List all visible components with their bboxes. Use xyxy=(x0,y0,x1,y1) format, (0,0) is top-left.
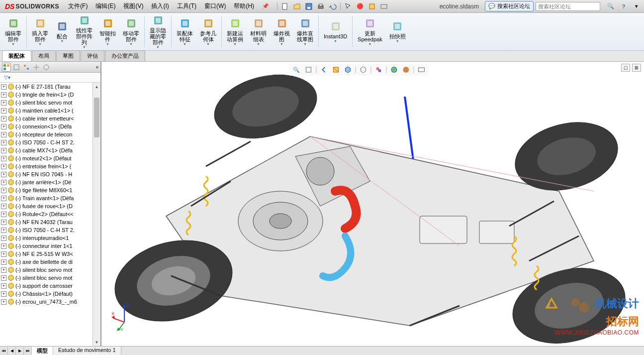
tree-item[interactable]: + (-) moteur2<1> (Défaut xyxy=(0,154,100,162)
section-view-icon[interactable] xyxy=(330,65,341,75)
command-tab-1[interactable]: 布局 xyxy=(32,50,56,61)
select-icon[interactable] xyxy=(343,1,354,11)
ribbon-smart-fastener[interactable]: 智能扣 件▼ xyxy=(96,14,119,49)
menu-tools[interactable]: 工具(T) xyxy=(173,1,200,11)
expand-icon[interactable]: + xyxy=(1,132,6,137)
expand-icon[interactable]: + xyxy=(1,259,6,265)
multi-view-icon[interactable]: ⊞ xyxy=(632,64,641,72)
open-icon[interactable] xyxy=(291,1,302,11)
expand-icon[interactable]: + xyxy=(1,275,6,281)
expand-icon[interactable]: + xyxy=(1,92,6,98)
expand-icon[interactable]: + xyxy=(1,236,6,241)
filter-icon[interactable]: ▽▾ xyxy=(2,74,12,82)
tree-item[interactable]: + (-) ISO 7050 - C-H ST 2. xyxy=(0,138,100,146)
feature-tree-list[interactable]: + (-) NF E 27-181 (Tarau+ (-) tringle de… xyxy=(0,83,100,346)
help-icon[interactable]: ? xyxy=(618,1,629,11)
nav-first-icon[interactable]: ⏮ xyxy=(0,347,8,355)
ribbon-exploded-view[interactable]: 爆炸视 图▼ xyxy=(271,14,293,49)
ribbon-linear-pattern[interactable]: 线性零 部件阵 列▼ xyxy=(73,14,95,49)
tree-item[interactable]: + (-) cable MX7<1> (Défa xyxy=(0,146,100,154)
view-settings-icon[interactable] xyxy=(416,65,427,75)
ribbon-instant3d[interactable]: Instant3D▼ xyxy=(321,14,350,49)
save-icon[interactable] xyxy=(303,1,314,11)
ribbon-move-component[interactable]: 移动零 部件▼ xyxy=(120,14,142,49)
expand-icon[interactable]: + xyxy=(1,251,6,257)
ribbon-mate[interactable]: 配合▼ xyxy=(52,14,72,49)
nav-prev-icon[interactable]: ◀ xyxy=(8,347,16,355)
expand-icon[interactable]: + xyxy=(1,283,6,289)
expand-icon[interactable]: + xyxy=(1,267,6,273)
expand-icon[interactable]: + xyxy=(1,220,6,225)
view-orientation-icon[interactable] xyxy=(342,65,353,75)
tree-item[interactable]: + (-) maintien cable1<1> ( xyxy=(0,107,100,115)
ribbon-edit-component[interactable]: 编辑零 部件▼ xyxy=(2,14,24,49)
new-icon[interactable] xyxy=(279,1,290,11)
tree-item[interactable]: + (-) silent bloc servo mot xyxy=(0,266,100,274)
apply-scene-icon[interactable] xyxy=(400,65,411,75)
collapse-tree-icon[interactable]: » xyxy=(95,64,98,70)
tree-item[interactable]: + (-) Châssis<1> (Défaut) xyxy=(0,290,100,298)
forum-search-button[interactable]: 💬 搜索社区论坛 xyxy=(485,1,534,11)
tree-item[interactable]: + (-) NF EN ISO 7045 - H xyxy=(0,170,100,178)
tree-item[interactable]: + (-) silent bloc servo mot xyxy=(0,99,100,107)
zoom-fit-icon[interactable]: 🔍 xyxy=(291,65,302,75)
tree-item[interactable]: + (-) jante arrière<1> (Dé xyxy=(0,178,100,186)
ribbon-motion-study[interactable]: 新建运 动算例▼ xyxy=(224,14,246,49)
expand-icon[interactable]: + xyxy=(1,84,6,90)
nav-next-icon[interactable]: ▶ xyxy=(16,347,24,355)
dimxpert-tab-icon[interactable] xyxy=(32,63,41,72)
menu-view[interactable]: 视图(V) xyxy=(119,1,147,11)
bottom-tab-1[interactable]: Estudo de movimento 1 xyxy=(53,347,121,355)
command-tab-4[interactable]: 办公室产品 xyxy=(105,50,145,61)
ribbon-explode-line[interactable]: 爆炸直 线草图▼ xyxy=(294,14,316,49)
zoom-area-icon[interactable] xyxy=(303,65,314,75)
tree-item[interactable]: + (-) NF E 27-181 (Tarau xyxy=(0,83,100,91)
menu-file[interactable]: 文件(F) xyxy=(64,1,92,11)
expand-icon[interactable]: + xyxy=(1,172,6,177)
expand-icon[interactable]: + xyxy=(1,299,6,305)
tree-item[interactable]: + (-) ecrou_uni_7473_-_m6 xyxy=(0,298,100,306)
display-style-icon[interactable] xyxy=(358,65,368,75)
close-panel-icon[interactable]: ▾ xyxy=(631,1,642,11)
ribbon-reference-geom[interactable]: 参考几 何体▼ xyxy=(197,14,219,49)
scroll-up-icon[interactable]: ▲ xyxy=(93,83,100,91)
tree-item[interactable]: + (-) interrupteurradio<1 xyxy=(0,234,100,242)
expand-icon[interactable]: + xyxy=(1,188,6,193)
menu-insert[interactable]: 插入(I) xyxy=(147,1,173,11)
property-manager-tab-icon[interactable] xyxy=(12,63,21,72)
expand-icon[interactable]: + xyxy=(1,100,6,106)
expand-icon[interactable]: + xyxy=(1,156,6,161)
expand-icon[interactable]: + xyxy=(1,124,6,129)
ribbon-show-hidden[interactable]: 显示隐 藏的零 部件▼ xyxy=(147,14,169,49)
tree-item[interactable]: + (-) ISO 7050 - C-H ST 2. xyxy=(0,226,100,234)
expand-icon[interactable]: + xyxy=(1,243,6,249)
ribbon-insert-component[interactable]: 插入零 部件▼ xyxy=(29,14,51,49)
menu-window[interactable]: 窗口(W) xyxy=(200,1,230,11)
edit-appearance-icon[interactable] xyxy=(388,65,399,75)
screen-capture-icon[interactable] xyxy=(378,1,389,11)
undo-icon[interactable] xyxy=(327,1,338,11)
tree-item[interactable]: + (-) Rotule<2> (Défaut<< xyxy=(0,210,100,218)
feature-manager-tab-icon[interactable] xyxy=(2,63,11,72)
graphics-viewport[interactable]: 🔍 ▢ ⊞ xyxy=(101,62,644,346)
tree-item[interactable]: + (-) Train avant<1> (Défa xyxy=(0,194,100,202)
options-icon[interactable] xyxy=(367,1,377,11)
expand-icon[interactable]: + xyxy=(1,196,6,201)
tree-scrollbar[interactable]: ▲ ▼ xyxy=(92,83,100,346)
menu-pin-icon[interactable]: 📌 xyxy=(260,1,271,11)
tree-item[interactable]: + (-) support de carrosser xyxy=(0,282,100,290)
configuration-manager-tab-icon[interactable] xyxy=(22,63,31,72)
previous-view-icon[interactable] xyxy=(318,65,329,75)
hide-show-icon[interactable] xyxy=(373,65,384,75)
ribbon-speedpak[interactable]: 更新 Speedpak▼ xyxy=(355,14,385,49)
expand-icon[interactable]: + xyxy=(1,212,6,217)
tree-item[interactable]: + (-) NF EN 24032 (Tarau xyxy=(0,218,100,226)
tree-item[interactable]: + (-) récepteur de telecon xyxy=(0,130,100,138)
tree-item[interactable]: + (-) fusée de roue<1> (D xyxy=(0,202,100,210)
command-tab-3[interactable]: 评估 xyxy=(81,50,104,61)
menu-help[interactable]: 帮助(H) xyxy=(230,1,258,11)
scroll-thumb[interactable] xyxy=(94,98,99,137)
expand-icon[interactable]: + xyxy=(1,180,6,185)
tree-item[interactable]: + (-) connecteur inter 1<1 xyxy=(0,242,100,250)
tree-item[interactable]: + (-) tige filetée M8X60<1 xyxy=(0,186,100,194)
